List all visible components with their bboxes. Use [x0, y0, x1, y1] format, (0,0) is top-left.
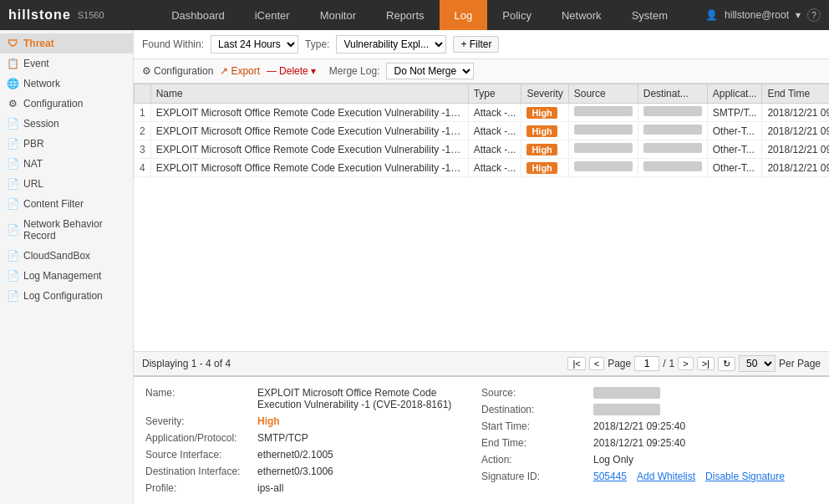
config-icon: ⚙: [7, 98, 18, 109]
delete-dropdown-icon[interactable]: ▾: [311, 65, 316, 77]
detail-name-key: Name:: [145, 387, 254, 399]
nav-monitor[interactable]: Monitor: [305, 0, 371, 30]
row-application: Other-T...: [707, 122, 762, 140]
detail-sig-id-key: Signature ID:: [481, 471, 590, 482]
page-refresh-btn[interactable]: ↻: [718, 357, 735, 371]
url-icon: 📄: [7, 178, 18, 190]
log-table-area: Name Type Severity Source Destinat... Ap…: [134, 84, 829, 351]
nav-policy[interactable]: Policy: [487, 0, 547, 30]
detail-src-interface-key: Source Interface:: [145, 449, 254, 461]
page-prev-btn[interactable]: <: [589, 357, 604, 370]
sidebar-label-content-filter: Content Filter: [23, 198, 84, 210]
found-within-select[interactable]: Last 24 Hours: [211, 35, 298, 53]
row-name: EXPLOIT Microsoft Office Remote Code Exe…: [150, 140, 468, 159]
user-icon: 👤: [705, 9, 718, 21]
row-end-time: 2018/12/21 09:2...: [762, 140, 829, 159]
delete-icon: —: [267, 65, 277, 77]
sidebar-label-session: Session: [23, 118, 59, 130]
add-whitelist-link[interactable]: Add Whitelist: [637, 471, 695, 482]
detail-sig-id-val[interactable]: 505445: [593, 471, 627, 482]
sidebar-item-pbr[interactable]: 📄 PBR: [0, 134, 133, 154]
page-first-btn[interactable]: |<: [567, 357, 585, 370]
filter-button[interactable]: + Filter: [453, 36, 499, 53]
sidebar-item-log-management[interactable]: 📄 Log Management: [0, 266, 133, 286]
sidebar-item-configuration[interactable]: ⚙ Configuration: [0, 94, 133, 114]
detail-end-time-row: End Time: 2018/12/21 09:25:40: [481, 435, 817, 451]
row-name: EXPLOIT Microsoft Office Remote Code Exe…: [150, 122, 468, 140]
sidebar-item-log-configuration[interactable]: 📄 Log Configuration: [0, 286, 133, 306]
log-table: Name Type Severity Source Destinat... Ap…: [134, 84, 829, 177]
detail-action-row: Action: Log Only: [481, 452, 817, 467]
sidebar-item-content-filter[interactable]: 📄 Content Filter: [0, 194, 133, 214]
sidebar-label-cloudsandbox: CloudSandBox: [23, 250, 90, 262]
detail-profile-key: Profile:: [145, 482, 254, 494]
detail-left-col: Name: EXPLOIT Microsoft Office Remote Co…: [145, 385, 481, 496]
type-select[interactable]: Vulnerability Expl...: [336, 35, 446, 53]
row-severity: High: [521, 159, 568, 177]
sidebar-label-url: URL: [23, 178, 43, 190]
sidebar-item-cloudsandbox[interactable]: 📄 CloudSandBox: [0, 246, 133, 266]
sidebar-item-url[interactable]: 📄 URL: [0, 174, 133, 194]
sidebar-item-network[interactable]: 🌐 Network: [0, 74, 133, 94]
sidebar-item-event[interactable]: 📋 Event: [0, 53, 133, 74]
username: hillstone@root: [725, 9, 789, 21]
col-application: Applicat...: [707, 84, 762, 104]
sidebar-label-configuration: Configuration: [23, 98, 83, 109]
help-icon[interactable]: ?: [807, 8, 821, 22]
user-dropdown-icon[interactable]: ▾: [796, 9, 801, 21]
nav-network[interactable]: Network: [547, 0, 617, 30]
nav-icenter[interactable]: iCenter: [240, 0, 305, 30]
page-input[interactable]: [634, 356, 659, 371]
sidebar-item-session[interactable]: 📄 Session: [0, 114, 133, 134]
sidebar-item-nat[interactable]: 📄 NAT: [0, 154, 133, 174]
row-source: [568, 140, 638, 159]
table-row[interactable]: 4 EXPLOIT Microsoft Office Remote Code E…: [135, 159, 830, 177]
device-label: S1560: [78, 10, 104, 20]
export-button[interactable]: ↗ Export: [220, 65, 260, 77]
row-destination: [638, 122, 707, 140]
merge-log-select[interactable]: Do Not Merge: [386, 63, 474, 79]
disable-signature-link[interactable]: Disable Signature: [705, 471, 785, 482]
configuration-button[interactable]: ⚙ Configuration: [142, 65, 213, 77]
detail-src-interface-val: ethernet0/2.1005: [257, 449, 333, 461]
detail-start-time-val: 2018/12/21 09:25:40: [593, 420, 685, 432]
table-row[interactable]: 3 EXPLOIT Microsoft Office Remote Code E…: [135, 140, 830, 159]
row-name: EXPLOIT Microsoft Office Remote Code Exe…: [150, 104, 468, 122]
nav-dashboard[interactable]: Dashboard: [156, 0, 240, 30]
col-source: Source: [568, 84, 638, 104]
row-type: Attack -...: [468, 140, 521, 159]
detail-severity-row: Severity: High: [145, 414, 481, 429]
nav-log[interactable]: Log: [440, 0, 488, 30]
detail-severity-val: High: [257, 415, 280, 427]
content-filter-icon: 📄: [7, 198, 18, 210]
sidebar-item-nbr[interactable]: 📄 Network Behavior Record: [0, 214, 133, 246]
row-application: SMTP/T...: [707, 104, 762, 122]
content-area: Found Within: Last 24 Hours Type: Vulner…: [134, 30, 829, 504]
per-page-select[interactable]: 50: [739, 355, 776, 372]
col-num: [135, 84, 151, 104]
detail-action-key: Action:: [481, 454, 590, 466]
nbr-icon: 📄: [7, 224, 18, 236]
table-row[interactable]: 2 EXPLOIT Microsoft Office Remote Code E…: [135, 122, 830, 140]
logo-area: hillstone S1560: [0, 8, 134, 23]
detail-destination-val: [593, 404, 660, 415]
sidebar-label-log-configuration: Log Configuration: [23, 290, 103, 302]
detail-start-time-key: Start Time:: [481, 420, 590, 432]
page-last-btn[interactable]: >|: [697, 357, 715, 370]
nav-system[interactable]: System: [617, 0, 683, 30]
row-source: [568, 104, 638, 122]
toolbar: Found Within: Last 24 Hours Type: Vulner…: [134, 30, 829, 59]
row-source: [568, 159, 638, 177]
found-within-label: Found Within:: [142, 38, 204, 50]
pagination-bar: Displaying 1 - 4 of 4 |< < Page / 1 > >|…: [134, 351, 829, 375]
detail-destination-row: Destination:: [481, 402, 817, 417]
sidebar-item-threat[interactable]: 🛡 Threat: [0, 33, 133, 53]
row-name: EXPLOIT Microsoft Office Remote Code Exe…: [150, 159, 468, 177]
delete-button[interactable]: — Delete ▾: [267, 65, 316, 77]
nav-reports[interactable]: Reports: [371, 0, 440, 30]
pbr-icon: 📄: [7, 138, 18, 150]
sidebar-label-network: Network: [23, 78, 60, 89]
table-row[interactable]: 1 EXPLOIT Microsoft Office Remote Code E…: [135, 104, 830, 122]
row-application: Other-T...: [707, 159, 762, 177]
page-next-btn[interactable]: >: [678, 357, 693, 370]
